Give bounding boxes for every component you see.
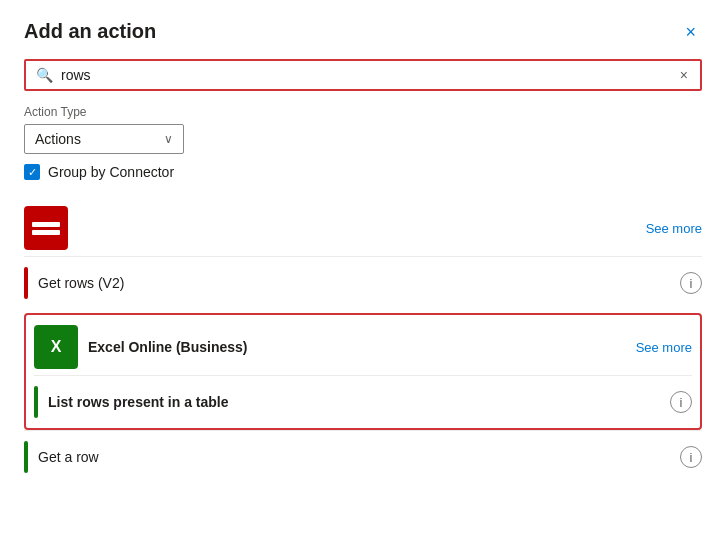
excel-see-more-button[interactable]: See more	[636, 340, 692, 355]
tows-connector-icon	[24, 206, 68, 250]
excel-connector-icon: X	[34, 325, 78, 369]
tows-action-get-rows[interactable]: Get rows (V2) i	[24, 256, 702, 309]
info-icon: i	[690, 276, 693, 291]
info-icon-list-rows: i	[680, 395, 683, 410]
search-clear-button[interactable]: ×	[678, 67, 690, 83]
search-input[interactable]	[61, 67, 678, 83]
modal-title: Add an action	[24, 20, 156, 43]
tows-bar-2	[32, 230, 60, 235]
tows-icon-inner	[32, 222, 60, 235]
tows-see-more-button[interactable]: See more	[646, 221, 702, 236]
excel-action-list-rows[interactable]: List rows present in a table i	[34, 375, 692, 428]
excel-action-item-left-2: Get a row	[24, 441, 99, 473]
group-by-connector-row[interactable]: ✓ Group by Connector	[24, 164, 702, 180]
chevron-down-icon: ∨	[164, 132, 173, 146]
close-button[interactable]: ×	[679, 21, 702, 43]
checkmark-icon: ✓	[28, 167, 37, 178]
action-accent-bar	[24, 267, 28, 299]
action-name-get-rows: Get rows (V2)	[38, 275, 124, 291]
search-box: 🔍 ×	[24, 59, 702, 91]
modal-header: Add an action ×	[24, 20, 702, 43]
action-accent-bar-green	[34, 386, 38, 418]
excel-connector-name: Excel Online (Business)	[88, 339, 636, 355]
connector-group-tows: See more Get rows (V2) i	[24, 196, 702, 309]
info-icon-get-row: i	[690, 450, 693, 465]
excel-action-get-row[interactable]: Get a row i	[24, 430, 702, 483]
connector-group-excel: X Excel Online (Business) See more List …	[24, 313, 702, 430]
group-by-connector-label: Group by Connector	[48, 164, 174, 180]
tows-connector-header: See more	[24, 196, 702, 256]
action-name-list-rows: List rows present in a table	[48, 394, 229, 410]
svg-text:X: X	[51, 338, 62, 355]
tows-bar-1	[32, 222, 60, 227]
excel-svg: X	[43, 332, 69, 358]
excel-action-item-left-1: List rows present in a table	[34, 386, 229, 418]
get-row-info-button[interactable]: i	[680, 446, 702, 468]
list-rows-info-button[interactable]: i	[670, 391, 692, 413]
excel-connector-header: X Excel Online (Business) See more	[34, 315, 692, 375]
add-action-modal: Add an action × 🔍 × Action Type Actions …	[0, 0, 726, 551]
action-item-left: Get rows (V2)	[24, 267, 124, 299]
action-accent-bar-green-2	[24, 441, 28, 473]
get-rows-info-button[interactable]: i	[680, 272, 702, 294]
action-type-selected: Actions	[35, 131, 81, 147]
group-by-connector-checkbox[interactable]: ✓	[24, 164, 40, 180]
action-type-dropdown[interactable]: Actions ∨	[24, 124, 184, 154]
action-name-get-row: Get a row	[38, 449, 99, 465]
search-icon: 🔍	[36, 67, 53, 83]
action-type-row: Actions ∨	[24, 124, 702, 154]
action-type-label: Action Type	[24, 105, 702, 119]
excel-x-icon: X	[43, 332, 69, 362]
